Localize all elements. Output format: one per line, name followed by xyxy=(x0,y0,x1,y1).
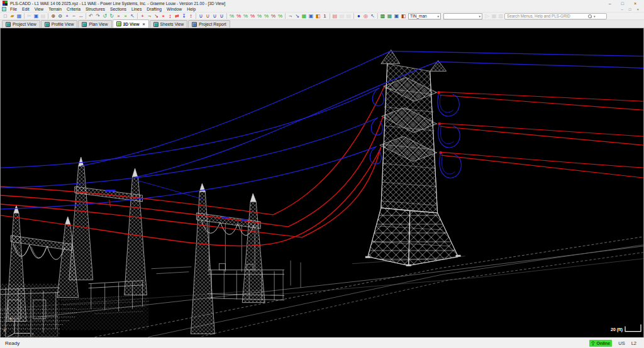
new-file-icon[interactable]: □ xyxy=(2,13,9,19)
insulator-blue3-icon[interactable]: ∪ xyxy=(218,13,225,19)
tin-surface-icon[interactable]: ▩ xyxy=(379,13,386,19)
rotate-left-icon[interactable]: ↶ xyxy=(87,13,94,19)
section-grid-icon[interactable]: ▣ xyxy=(308,13,314,19)
toolbar-separator xyxy=(353,13,354,19)
zoom-increase-icon[interactable]: + xyxy=(64,13,70,19)
sheets-view-icon xyxy=(153,22,158,27)
copy-icon[interactable]: ▣ xyxy=(33,13,40,19)
tab-profile-view[interactable]: Profile View xyxy=(41,20,78,28)
section-sag-icon[interactable]: ↘ xyxy=(294,13,301,19)
tin-view-icon[interactable]: ▣ xyxy=(393,13,400,19)
pointer-icon[interactable]: ↖ xyxy=(369,13,376,19)
tab-3d-view[interactable]: 3D View× xyxy=(113,19,149,28)
toolbar-icons-tail: ▷▦▥ xyxy=(484,13,504,19)
save-icon[interactable]: ▦ xyxy=(16,13,23,19)
view-previous-icon[interactable]: ↺ xyxy=(101,13,108,19)
clip-green-icon[interactable]: × xyxy=(122,13,129,19)
search-input[interactable] xyxy=(507,14,586,18)
section-one-icon[interactable]: 1 xyxy=(321,13,328,19)
sag-tension-4-icon[interactable]: % xyxy=(249,13,256,19)
paste-icon: ▤ xyxy=(40,13,47,19)
units-indicator[interactable]: US xyxy=(618,340,625,346)
menu-help[interactable]: Help xyxy=(184,7,198,11)
report-icon[interactable]: ▤ xyxy=(331,13,338,19)
close-button[interactable]: × xyxy=(634,1,636,6)
mdi-close-button[interactable]: × xyxy=(636,8,639,11)
layer-indicator[interactable]: L2 xyxy=(631,340,636,346)
sag-tension-6-icon[interactable]: % xyxy=(263,13,270,19)
menu-criteria[interactable]: Criteria xyxy=(64,7,83,11)
sag-tension-8-icon[interactable]: % xyxy=(277,13,284,19)
insulator-blue-icon[interactable]: ∪ xyxy=(197,13,204,19)
swap-structure-icon[interactable]: ⇄ xyxy=(174,13,180,19)
search-icon[interactable] xyxy=(588,14,592,18)
tin-model-combobox[interactable]: TIN_man ▾ xyxy=(408,13,441,19)
menu-file[interactable]: File xyxy=(8,7,19,11)
project-report-icon xyxy=(192,22,197,27)
tab-sheets-view[interactable]: Sheets View xyxy=(150,20,188,28)
sag-tension-5-icon[interactable]: % xyxy=(256,13,263,19)
edit-structure-icon[interactable]: ↨ xyxy=(167,13,174,19)
sag-tension-1-icon[interactable]: % xyxy=(228,13,235,19)
section-modify-icon[interactable]: ¬ xyxy=(287,13,294,19)
rotate-structure-icon[interactable]: ↕ xyxy=(187,13,194,19)
rotate-right-icon[interactable]: ↷ xyxy=(94,13,101,19)
toolbar-separator xyxy=(226,13,227,19)
toolbar-separator xyxy=(137,13,138,19)
render-sphere-icon[interactable]: ● xyxy=(355,13,362,19)
empty-combobox[interactable]: ▾ xyxy=(443,13,482,19)
menu-view[interactable]: View xyxy=(32,7,47,11)
menu-bar: FileEditViewTerrainCriteriaStructuresSec… xyxy=(0,6,644,13)
zoom-decrease-icon[interactable]: − xyxy=(70,13,77,19)
menu-drafting[interactable]: Drafting xyxy=(144,7,164,11)
menu-window[interactable]: Window xyxy=(164,7,184,11)
menu-edit[interactable]: Edit xyxy=(19,7,32,11)
zoom-out-icon[interactable]: ⊖ xyxy=(57,13,64,19)
tab-plan-view[interactable]: Plan View xyxy=(78,20,111,28)
mdi-minimize-button[interactable]: – xyxy=(621,8,623,11)
insulator-blue2-icon[interactable]: ∪ xyxy=(211,13,218,19)
online-label: Online xyxy=(596,341,610,345)
raise-structure-icon[interactable]: ↘ xyxy=(153,13,160,19)
menu-lines[interactable]: Lines xyxy=(129,7,144,11)
find-icon[interactable]: ◎ xyxy=(362,13,369,19)
open-folder-icon[interactable]: ▰ xyxy=(9,13,16,19)
measure-icon[interactable]: ↔ xyxy=(77,13,84,19)
chevron-down-icon[interactable]: ▾ xyxy=(594,14,596,18)
delete-structure-icon[interactable]: × xyxy=(160,13,167,19)
sag-tension-3-icon[interactable]: % xyxy=(242,13,249,19)
sag-tension-2-icon[interactable]: % xyxy=(235,13,242,19)
move-structure-icon[interactable]: ¬ xyxy=(146,13,153,19)
lower-structure-icon[interactable]: ↧ xyxy=(180,13,187,19)
tin-edit-icon[interactable]: ◧ xyxy=(400,13,407,19)
minimize-button[interactable]: – xyxy=(609,1,611,6)
add-structure-icon[interactable]: + xyxy=(139,13,146,19)
search-box[interactable]: ▾ xyxy=(504,13,607,19)
online-status-badge[interactable]: Online xyxy=(589,340,612,347)
tin-contour-icon[interactable]: ▦ xyxy=(386,13,393,19)
tab-close-icon[interactable]: × xyxy=(142,22,145,26)
mdi-restore-button[interactable]: □ xyxy=(629,8,631,11)
menu-terrain[interactable]: Terrain xyxy=(46,7,64,11)
sag-tension-7-icon[interactable]: % xyxy=(270,13,277,19)
menu-structures[interactable]: Structures xyxy=(83,7,108,11)
zoom-in-icon[interactable]: ⊕ xyxy=(50,13,57,19)
menu-sections[interactable]: Sections xyxy=(108,7,129,11)
tab-project-view[interactable]: Project View xyxy=(2,20,40,28)
maximize-button[interactable]: □ xyxy=(621,1,624,6)
toolbar-separator xyxy=(86,13,86,19)
toolbar-icons-main: □▰▦✂▣▤⊕⊖+−↔↶↷↺↻××↖+¬↘×↨⇄↧↕∪∪∪∪%%%%%%%%¬↘… xyxy=(2,13,407,19)
clip-red-icon[interactable]: × xyxy=(115,13,122,19)
tab-label: Plan View xyxy=(89,22,108,26)
section-check-icon[interactable]: ◧ xyxy=(314,13,321,19)
3d-view-canvas[interactable]: Z Y X 20 (ft) xyxy=(0,28,644,337)
view-next-icon[interactable]: ↻ xyxy=(108,13,115,19)
section-table-icon[interactable]: ▦ xyxy=(301,13,308,19)
insulator-red-icon[interactable]: ∪ xyxy=(204,13,211,19)
status-bar: Ready Online US L2 xyxy=(0,337,644,348)
entity-info-icon[interactable]: ↖ xyxy=(129,13,136,19)
tab-label: Sheets View xyxy=(160,22,184,26)
plan-view-icon xyxy=(82,22,87,27)
toolbar-separator xyxy=(24,13,25,19)
tab-project-report[interactable]: Project Report xyxy=(188,20,230,28)
